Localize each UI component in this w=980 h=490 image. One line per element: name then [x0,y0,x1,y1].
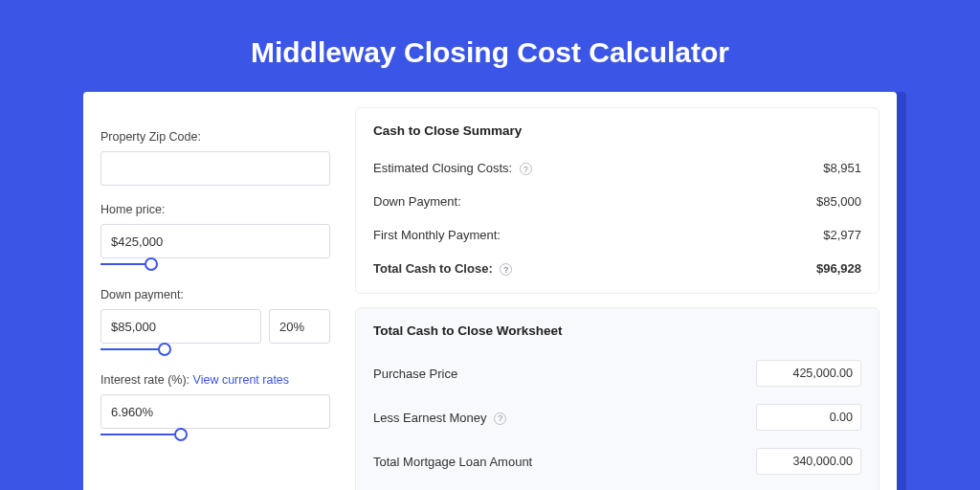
help-icon[interactable]: ? [494,412,506,425]
view-rates-link[interactable]: View current rates [193,373,290,387]
summary-title: Cash to Close Summary [373,123,861,138]
down-payment-pct-input[interactable] [269,309,330,344]
down-payment-slider[interactable] [100,343,330,356]
summary-panel: Cash to Close Summary Estimated Closing … [355,107,880,294]
summary-total-value: $96,928 [816,261,861,276]
summary-closing-value: $8,951 [823,161,861,175]
interest-rate-label: Interest rate (%): View current rates [100,373,330,387]
worksheet-row-second-mortgage: Total Second Mortgage Amount ? [373,483,861,490]
worksheet-row-purchase: Purchase Price [373,351,861,395]
summary-first-value: $2,977 [823,228,861,242]
worksheet-purchase-input[interactable] [756,360,861,387]
summary-row-total: Total Cash to Close: ? $96,928 [373,252,861,285]
home-price-label: Home price: [100,203,330,216]
worksheet-row-mortgage: Total Mortgage Loan Amount [373,439,861,483]
summary-down-value: $85,000 [816,194,861,209]
worksheet-earnest-label: Less Earnest Money [373,411,487,425]
results-panel: Cash to Close Summary Estimated Closing … [355,107,880,490]
help-icon[interactable]: ? [500,263,512,276]
inputs-panel: Property Zip Code: Home price: Down paym… [100,107,330,490]
summary-row-closing-costs: Estimated Closing Costs: ? $8,951 [373,151,861,185]
calculator-card: Property Zip Code: Home price: Down paym… [83,92,897,490]
worksheet-title: Total Cash to Close Worksheet [373,323,861,338]
help-icon[interactable]: ? [520,163,532,175]
interest-rate-input[interactable] [100,394,330,429]
interest-rate-slider[interactable] [100,428,330,441]
worksheet-earnest-input[interactable] [756,404,861,431]
home-price-slider[interactable] [100,257,330,271]
down-payment-label: Down payment: [100,288,330,301]
summary-closing-label: Estimated Closing Costs: [373,161,512,175]
summary-row-down-payment: Down Payment: $85,000 [373,185,861,218]
worksheet-row-earnest: Less Earnest Money ? [373,395,861,439]
worksheet-mortgage-label: Total Mortgage Loan Amount [373,455,532,469]
interest-label-text: Interest rate (%): [100,373,193,387]
zip-label: Property Zip Code: [100,130,330,144]
summary-down-label: Down Payment: [373,194,461,209]
worksheet-panel: Total Cash to Close Worksheet Purchase P… [355,307,880,490]
page-title: Middleway Closing Cost Calculator [0,0,980,92]
summary-total-label: Total Cash to Close: [373,261,493,276]
home-price-input[interactable] [100,224,330,258]
worksheet-purchase-label: Purchase Price [373,367,457,381]
worksheet-mortgage-input[interactable] [756,448,861,475]
calculator-card-wrap: Property Zip Code: Home price: Down paym… [83,92,897,490]
summary-first-label: First Monthly Payment: [373,228,501,242]
zip-input[interactable] [100,151,330,186]
summary-row-first-payment: First Monthly Payment: $2,977 [373,218,861,252]
down-payment-input[interactable] [100,309,261,344]
